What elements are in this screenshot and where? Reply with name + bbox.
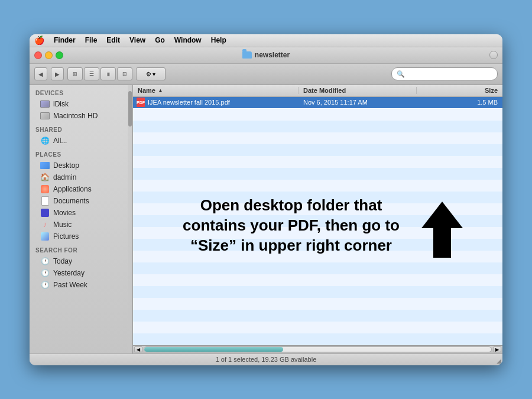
- sidebar-label-movies: Movies: [53, 209, 76, 217]
- hd-icon: [40, 112, 50, 119]
- sidebar-item-past-week[interactable]: 🕐 Past Week: [30, 279, 132, 291]
- user-icon: 🏠: [40, 173, 50, 181]
- view-list-button[interactable]: ☰: [84, 67, 99, 80]
- scroll-track-horizontal[interactable]: [144, 346, 492, 352]
- menu-go[interactable]: Go: [155, 36, 165, 44]
- action-button[interactable]: ⚙ ▾: [136, 67, 166, 80]
- file-name-cell: PDF IJEA newsletter fall 2015.pdf: [133, 98, 299, 107]
- pdf-icon: PDF: [137, 98, 145, 107]
- sidebar: DEVICES iDisk Macintosh HD SHARED 🌐 All.…: [30, 85, 133, 353]
- sidebar-label-dadmin: dadmin: [53, 173, 76, 181]
- file-list: PDF IJEA newsletter fall 2015.pdf Nov 6,…: [133, 97, 502, 345]
- column-headers: Name ▲ Date Modified Size: [133, 85, 502, 97]
- apple-menu[interactable]: 🍎: [34, 35, 44, 45]
- sidebar-item-pictures[interactable]: Pictures: [30, 231, 132, 242]
- sidebar-label-idisk: iDisk: [53, 100, 69, 108]
- scroll-thumb-horizontal[interactable]: [144, 347, 283, 352]
- music-icon: ♪: [43, 220, 47, 229]
- clock-icon-today: 🕐: [41, 257, 50, 265]
- sidebar-label-yesterday: Yesterday: [53, 269, 85, 277]
- pics-icon: [41, 232, 49, 241]
- sidebar-item-desktop[interactable]: Desktop: [30, 160, 132, 171]
- sort-arrow-icon: ▲: [158, 87, 163, 93]
- all-icon: 🌐: [41, 137, 50, 145]
- sidebar-label-documents: Documents: [53, 197, 89, 205]
- resize-grip-icon: ◢: [497, 358, 501, 364]
- sidebar-label-hd: Macintosh HD: [53, 112, 98, 120]
- menu-edit[interactable]: Edit: [106, 36, 120, 44]
- menu-window[interactable]: Window: [174, 36, 202, 44]
- shared-header: SHARED: [30, 122, 132, 135]
- clock-icon-pastweek: 🕐: [41, 281, 50, 289]
- file-area: Name ▲ Date Modified Size PDF IJE: [133, 85, 502, 353]
- apps-icon: [41, 185, 49, 193]
- view-buttons: ⊞ ☰ ⫼ ⊟: [67, 67, 132, 80]
- scroll-right-button[interactable]: ▶: [493, 346, 501, 352]
- content-area: DEVICES iDisk Macintosh HD SHARED 🌐 All.…: [30, 85, 502, 353]
- collapse-button[interactable]: [489, 51, 498, 59]
- title-bar: newsletter: [30, 47, 502, 64]
- sidebar-label-all: All...: [53, 137, 67, 145]
- places-header: PLACES: [30, 147, 132, 160]
- menu-finder[interactable]: Finder: [54, 36, 76, 44]
- status-text: 1 of 1 selected, 19.23 GB available: [216, 356, 317, 363]
- menu-help[interactable]: Help: [211, 36, 226, 44]
- zoom-button[interactable]: [56, 51, 63, 59]
- sidebar-item-all[interactable]: 🌐 All...: [30, 135, 132, 147]
- column-name[interactable]: Name ▲: [133, 87, 299, 94]
- sidebar-item-documents[interactable]: Documents: [30, 195, 132, 207]
- menu-bar: 🍎 Finder File Edit View Go Window Help: [30, 34, 502, 47]
- back-button[interactable]: ◀: [34, 67, 47, 80]
- file-list-inner: PDF IJEA newsletter fall 2015.pdf Nov 6,…: [133, 97, 502, 109]
- search-icon: 🔍: [397, 70, 405, 78]
- sidebar-item-music[interactable]: ♪ Music: [30, 219, 132, 231]
- sidebar-label-applications: Applications: [53, 185, 92, 193]
- idisk-icon: [40, 100, 50, 108]
- search-box[interactable]: 🔍: [391, 67, 498, 80]
- gear-icon: ⚙: [146, 71, 151, 77]
- column-date-modified[interactable]: Date Modified: [299, 87, 417, 94]
- sidebar-label-today: Today: [53, 257, 72, 265]
- file-date-cell: Nov 6, 2015 11:17 AM: [299, 99, 417, 106]
- clock-icon-yesterday: 🕐: [41, 269, 50, 277]
- desktop-icon: [40, 162, 50, 169]
- sidebar-item-dadmin[interactable]: 🏠 dadmin: [30, 171, 132, 183]
- movies-icon: [41, 209, 49, 217]
- sidebar-label-pictures: Pictures: [53, 232, 79, 241]
- horizontal-scrollbar: ◀ ▶: [133, 345, 502, 353]
- docs-icon: [41, 196, 49, 206]
- sidebar-item-movies[interactable]: Movies: [30, 207, 132, 219]
- sidebar-scrollbar[interactable]: [128, 85, 132, 353]
- minimize-button[interactable]: [45, 51, 53, 59]
- window-title: newsletter: [242, 51, 290, 59]
- sidebar-item-yesterday[interactable]: 🕐 Yesterday: [30, 267, 132, 279]
- table-row[interactable]: PDF IJEA newsletter fall 2015.pdf Nov 6,…: [133, 97, 502, 109]
- stripe-background: [133, 97, 502, 345]
- file-size-cell: 1.5 MB: [417, 99, 502, 106]
- toolbar: ◀ ▶ ⊞ ☰ ⫼ ⊟ ⚙ ▾ 🔍: [30, 64, 502, 85]
- title-bar-right: [489, 51, 498, 59]
- traffic-lights: [34, 51, 63, 59]
- view-coverflow-button[interactable]: ⊟: [117, 67, 132, 80]
- devices-header: DEVICES: [30, 85, 132, 98]
- sidebar-item-today[interactable]: 🕐 Today: [30, 255, 132, 267]
- chevron-down-icon: ▾: [153, 71, 155, 77]
- sidebar-label-music: Music: [53, 220, 72, 229]
- sidebar-label-desktop: Desktop: [53, 161, 79, 170]
- view-column-button[interactable]: ⫼: [100, 67, 116, 80]
- finder-window: 🍎 Finder File Edit View Go Window Help n…: [30, 34, 502, 365]
- folder-icon: [242, 51, 252, 59]
- scroll-left-button[interactable]: ◀: [134, 346, 142, 352]
- view-icon-button[interactable]: ⊞: [67, 67, 83, 80]
- sidebar-item-idisk[interactable]: iDisk: [30, 98, 132, 110]
- sidebar-item-applications[interactable]: Applications: [30, 183, 132, 195]
- close-button[interactable]: [34, 51, 42, 59]
- sidebar-item-macintosh-hd[interactable]: Macintosh HD: [30, 110, 132, 122]
- sidebar-label-past-week: Past Week: [53, 281, 87, 289]
- column-size[interactable]: Size: [417, 87, 502, 94]
- menu-file[interactable]: File: [85, 36, 98, 44]
- forward-button[interactable]: ▶: [51, 67, 64, 80]
- status-bar: 1 of 1 selected, 19.23 GB available ◢: [30, 353, 502, 365]
- menu-view[interactable]: View: [129, 36, 145, 44]
- sidebar-scroll-thumb[interactable]: [128, 91, 132, 126]
